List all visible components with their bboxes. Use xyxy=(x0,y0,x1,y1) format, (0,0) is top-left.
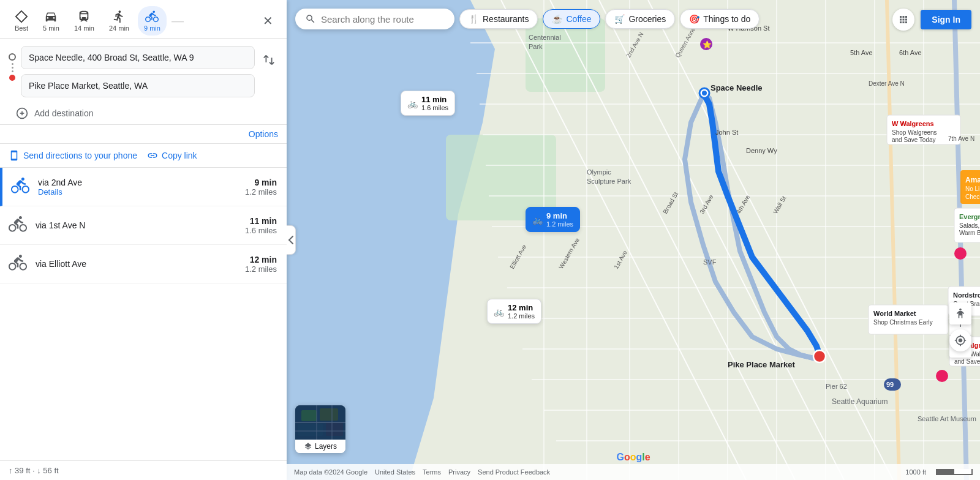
swap-directions-button[interactable] xyxy=(260,51,278,71)
map-search-box[interactable] xyxy=(295,9,454,29)
mid-dot-3 xyxy=(12,70,13,72)
route-timing-3: 12 min 1.2 miles xyxy=(245,255,277,274)
mode-transit-label: 14 min xyxy=(74,24,94,32)
svg-text:⭐: ⭐ xyxy=(703,40,712,49)
svg-text:Denny Wy: Denny Wy xyxy=(746,147,777,154)
bubble-dist-2: 1.6 miles xyxy=(421,104,448,111)
route-time-2: 11 min xyxy=(245,216,277,226)
elevation-bar: ↑ 39 ft · ↓ 56 ft xyxy=(0,460,287,480)
mode-transit[interactable]: 14 min xyxy=(68,6,100,36)
close-button[interactable]: ✕ xyxy=(258,11,278,31)
bubble-time-1: 9 min xyxy=(546,211,573,220)
filter-restaurants-button[interactable]: 🍴 Restaurants xyxy=(459,9,538,29)
scale-bar xyxy=(936,469,973,475)
destination-dot xyxy=(9,75,15,81)
svg-text:John St: John St xyxy=(715,129,738,136)
route-bubble-12min[interactable]: 🚲 12 min 1.2 miles xyxy=(487,299,541,324)
route-via-1: via 2nd Ave xyxy=(38,178,245,187)
route-details-link-1[interactable]: Details xyxy=(38,187,245,197)
bubble-info-3: 12 min 1.2 miles xyxy=(508,303,535,320)
privacy-link[interactable]: Privacy xyxy=(448,468,470,476)
route-icons xyxy=(9,46,16,81)
phone-icon xyxy=(9,150,20,161)
filter-groceries-label: Groceries xyxy=(628,14,666,24)
route-bubble-9min[interactable]: 🚲 9 min 1.2 miles xyxy=(526,207,580,232)
route-bubble-11min[interactable]: 🚲 11 min 1.6 miles xyxy=(401,91,455,116)
collapse-panel-button[interactable] xyxy=(287,225,296,255)
svg-text:Evergreens: Evergreens xyxy=(959,213,980,220)
region-text: United States xyxy=(375,468,415,476)
route-option-1[interactable]: via 2nd Ave Details 9 min 1.2 miles xyxy=(0,168,287,206)
my-location-button[interactable] xyxy=(949,329,971,351)
map-canvas: Space Needle Pike Place Market Olympic S… xyxy=(287,0,980,480)
groceries-icon: 🛒 xyxy=(614,14,625,24)
route-fields xyxy=(21,46,255,97)
svg-text:Shop Christmas Early: Shop Christmas Early xyxy=(873,319,933,326)
route-via-2: via 1st Ave N xyxy=(36,220,245,230)
svg-text:Seattle Aquarium: Seattle Aquarium xyxy=(832,397,888,406)
svg-text:Pike Place Market: Pike Place Market xyxy=(728,360,796,369)
scale-label: 1000 ft xyxy=(905,468,926,476)
terms-link[interactable]: Terms xyxy=(423,468,441,476)
options-button[interactable]: Options xyxy=(249,129,278,139)
origin-input[interactable] xyxy=(21,46,255,69)
svg-rect-116 xyxy=(301,410,317,421)
copy-link-button[interactable]: Copy link xyxy=(147,150,197,161)
route-option-2[interactable]: via 1st Ave N 11 min 1.6 miles xyxy=(0,206,287,245)
origin-dot xyxy=(9,53,16,61)
add-destination-icon xyxy=(16,107,28,119)
route-option-3[interactable]: via Elliott Ave 12 min 1.2 miles xyxy=(0,245,287,283)
send-directions-button[interactable]: Send directions to your phone xyxy=(9,150,137,161)
bubble-time-2: 11 min xyxy=(421,95,448,104)
coffee-icon: ☕ xyxy=(552,14,562,24)
map-search-input[interactable] xyxy=(321,14,443,24)
route-inputs-area xyxy=(0,39,287,102)
layers-button[interactable]: Layers xyxy=(295,405,345,453)
map-area[interactable]: Space Needle Pike Place Market Olympic S… xyxy=(287,0,980,480)
mode-bike[interactable]: 9 min xyxy=(138,6,167,36)
google-apps-button[interactable] xyxy=(892,9,914,31)
copy-link-label: Copy link xyxy=(162,151,197,160)
route-list: via 2nd Ave Details 9 min 1.2 miles via … xyxy=(0,168,287,460)
filter-coffee-button[interactable]: ☕ Coffee xyxy=(543,9,600,29)
svg-text:Salads, Wraps,: Salads, Wraps, xyxy=(959,222,980,229)
mode-car[interactable]: 5 min xyxy=(37,6,66,36)
filter-restaurants-label: Restaurants xyxy=(483,14,529,24)
add-destination-label: Add destination xyxy=(34,108,94,118)
svg-text:Nordstrom Rack: Nordstrom Rack xyxy=(953,291,980,299)
svg-text:Warm Bowls: Warm Bowls xyxy=(959,230,980,236)
destination-input[interactable] xyxy=(21,74,255,97)
svg-point-124 xyxy=(959,309,961,310)
map-bottom-bar: Map data ©2024 Google United States Term… xyxy=(287,464,980,480)
things-to-do-icon: 🎯 xyxy=(689,14,699,24)
svg-text:Space Needle: Space Needle xyxy=(710,83,763,92)
bubble-bike-icon-3: 🚲 xyxy=(494,307,504,317)
svg-text:6th Ave: 6th Ave xyxy=(899,49,922,56)
filter-things-to-do-label: Things to do xyxy=(703,14,750,24)
route-dist-2: 1.6 miles xyxy=(245,226,277,235)
svg-rect-119 xyxy=(326,422,343,436)
route-bike-icon-3 xyxy=(9,253,27,274)
mode-walk[interactable]: 24 min xyxy=(103,6,135,36)
mode-best[interactable]: Best xyxy=(9,6,34,36)
mid-dot-2 xyxy=(12,67,13,69)
bubble-dist-3: 1.2 miles xyxy=(508,312,535,320)
svg-text:Sculpture Park: Sculpture Park xyxy=(587,178,631,185)
layers-text: Layers xyxy=(315,442,337,451)
grid-icon xyxy=(898,14,909,25)
layers-thumbnail xyxy=(295,405,345,440)
route-info-3: via Elliott Ave xyxy=(36,259,245,269)
street-view-button[interactable] xyxy=(949,302,971,324)
filter-groceries-button[interactable]: 🛒 Groceries xyxy=(605,9,675,29)
filter-things-to-do-button[interactable]: 🎯 Things to do xyxy=(680,9,760,29)
add-destination-row[interactable]: Add destination xyxy=(0,102,287,124)
sign-in-button[interactable]: Sign In xyxy=(921,10,971,29)
svg-text:No Lines, No: No Lines, No xyxy=(965,186,980,192)
svg-text:5th Ave: 5th Ave xyxy=(850,49,873,56)
pegman-icon xyxy=(954,307,967,320)
route-bike-icon-2 xyxy=(9,215,27,236)
svg-rect-117 xyxy=(320,408,338,421)
copy-link-icon xyxy=(147,150,158,161)
svg-point-112 xyxy=(954,247,967,260)
report-link[interactable]: Send Product Feedback xyxy=(478,468,550,476)
